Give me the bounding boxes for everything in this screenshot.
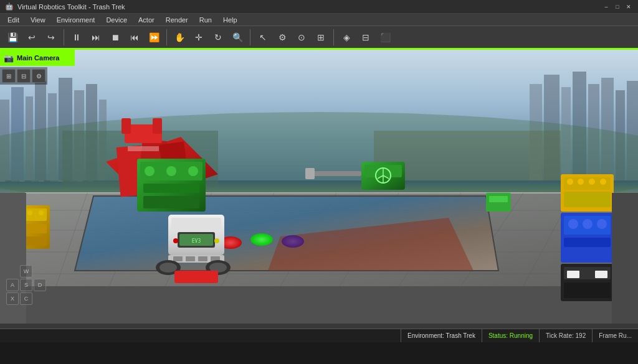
wasd-overlay: W A S D X C: [6, 265, 46, 305]
wireframe-button[interactable]: ⊞: [2, 69, 16, 83]
toolbar-btn-hand[interactable]: ✋: [171, 29, 188, 46]
svg-rect-55: [143, 184, 199, 193]
svg-point-104: [597, 219, 607, 229]
svg-point-59: [188, 166, 198, 176]
cam-settings-button[interactable]: ⚙: [32, 69, 45, 83]
status-bar: Environment: Trash Trek Status: Running …: [0, 329, 638, 342]
toolbar-btn-export[interactable]: ⬛: [376, 29, 394, 46]
menu-item-environment[interactable]: Environment: [52, 15, 100, 25]
key-d: D: [34, 279, 46, 291]
toolbar-btn-3d[interactable]: ◈: [338, 29, 355, 46]
svg-rect-56: [143, 196, 199, 208]
viewport[interactable]: EV3: [0, 50, 638, 342]
key-c: C: [20, 292, 32, 305]
toolbar-btn-grid4[interactable]: ⊞: [312, 29, 330, 46]
frame-rate-status: Frame Ru...: [592, 329, 638, 343]
svg-rect-52: [128, 146, 159, 151]
toolbar-separator: [333, 29, 334, 45]
menu-item-actor[interactable]: Actor: [133, 15, 160, 25]
title-left: 🤖 Virtual Robotics Toolkit - Trash Trek: [5, 2, 125, 11]
camera-icon: 📷: [4, 54, 14, 63]
svg-point-102: [568, 219, 578, 229]
menu-item-render[interactable]: Render: [161, 15, 193, 25]
camera-controls: ⊞ ⊟ ⚙: [0, 67, 47, 85]
toolbar-btn-stop[interactable]: ⏹: [107, 29, 124, 46]
menu-item-edit[interactable]: Edit: [2, 15, 24, 25]
close-button[interactable]: ✕: [624, 2, 633, 11]
svg-rect-98: [564, 192, 611, 207]
menu-item-view[interactable]: View: [26, 15, 50, 25]
tick-rate-status: Tick Rate: 192: [539, 329, 592, 343]
running-status: Status: Running: [482, 329, 539, 343]
svg-rect-111: [489, 196, 508, 202]
toolbar: 💾↩↪⏸⏭⏹⏮⏩✋✛↻🔍↖⚙⊙⊞◈⊟⬛: [0, 26, 638, 50]
svg-point-73: [160, 263, 177, 273]
toolbar-btn-move[interactable]: ✛: [190, 29, 207, 46]
svg-point-95: [578, 179, 584, 185]
svg-rect-51: [153, 118, 162, 134]
menu-item-run[interactable]: Run: [194, 15, 217, 25]
menu-bar: EditViewEnvironmentDeviceActorRenderRunH…: [0, 14, 638, 26]
svg-point-91: [39, 210, 44, 215]
toolbar-btn-layers[interactable]: ⊟: [357, 29, 374, 46]
svg-text:EV3: EV3: [192, 238, 201, 244]
toolbar-btn-save[interactable]: 💾: [4, 29, 21, 46]
key-a: A: [6, 279, 19, 291]
toolbar-btn-forward[interactable]: ⏩: [145, 29, 163, 46]
svg-rect-101: [564, 238, 611, 247]
svg-rect-69: [186, 256, 195, 261]
app-icon: 🤖: [5, 2, 14, 11]
svg-rect-79: [312, 171, 361, 176]
toolbar-btn-redo[interactable]: ↪: [42, 29, 60, 46]
camera-label: Main Camera: [17, 54, 59, 62]
svg-rect-68: [173, 256, 183, 261]
toolbar-btn-cursor[interactable]: ↖: [254, 29, 272, 46]
svg-rect-80: [305, 168, 315, 179]
svg-rect-108: [567, 271, 579, 278]
toolbar-separator: [250, 29, 250, 45]
app-title: Virtual Robotics Toolkit - Trash Trek: [17, 3, 125, 11]
toolbar-btn-target[interactable]: ⊙: [293, 29, 310, 46]
toolbar-separator: [64, 29, 64, 45]
toolbar-btn-rotate[interactable]: ↻: [209, 29, 227, 46]
svg-point-39: [250, 233, 273, 246]
svg-rect-50: [121, 118, 131, 134]
menu-item-device[interactable]: Device: [101, 15, 132, 25]
svg-marker-42: [0, 286, 638, 324]
svg-rect-107: [564, 282, 611, 298]
toolbar-btn-zoom[interactable]: 🔍: [229, 29, 246, 46]
toolbar-separator: [166, 29, 167, 45]
svg-point-96: [589, 179, 595, 185]
camera-bar: 📷 Main Camera: [0, 50, 75, 66]
key-s: S: [20, 279, 32, 291]
title-bar: 🤖 Virtual Robotics Toolkit - Trash Trek …: [0, 0, 638, 14]
svg-rect-70: [198, 256, 207, 261]
svg-rect-76: [174, 271, 218, 283]
key-x: X: [6, 292, 19, 305]
svg-rect-113: [612, 193, 638, 324]
menu-item-help[interactable]: Help: [218, 15, 242, 25]
toolbar-btn-settings[interactable]: ⚙: [274, 29, 291, 46]
toolbar-btn-undo[interactable]: ↩: [23, 29, 40, 46]
maximize-button[interactable]: □: [613, 2, 622, 11]
svg-point-64: [173, 238, 178, 243]
svg-point-97: [600, 179, 606, 185]
scene-svg: EV3: [0, 50, 638, 342]
svg-point-94: [567, 179, 573, 185]
window-controls: – □ ✕: [602, 2, 633, 11]
toolbar-btn-rewind[interactable]: ⏮: [126, 29, 143, 46]
svg-point-103: [583, 219, 593, 229]
svg-rect-109: [595, 271, 607, 278]
minimize-button[interactable]: –: [602, 2, 611, 11]
toolbar-btn-pause[interactable]: ⏸: [68, 29, 85, 46]
svg-point-65: [214, 238, 219, 243]
toolbar-btn-step[interactable]: ⏭: [87, 29, 105, 46]
environment-status: Environment: Trash Trek: [401, 329, 482, 343]
svg-rect-61: [171, 218, 221, 230]
svg-point-90: [27, 210, 32, 215]
svg-point-58: [166, 166, 176, 176]
key-w: W: [20, 265, 32, 278]
grid-button[interactable]: ⊟: [17, 69, 31, 83]
svg-point-57: [145, 166, 155, 176]
